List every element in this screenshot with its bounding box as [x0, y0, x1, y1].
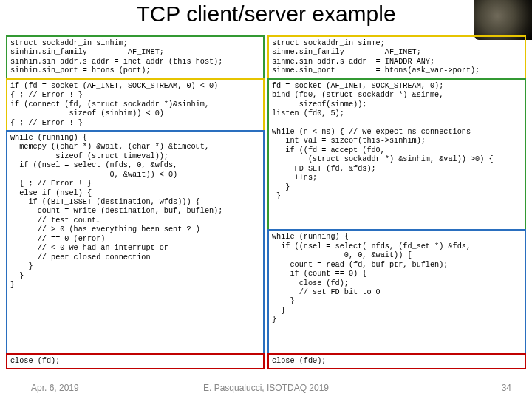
client-close-box: close (fd); — [6, 353, 265, 369]
server-accept-box: fd = socket (AF_INET, SOCK_STREAM, 0); b… — [267, 78, 526, 231]
slide-title: TCP client/server example — [0, 1, 532, 27]
server-column: struct sockaddr_in sinme; sinme.sin_fami… — [267, 35, 526, 369]
client-connect-box: if (fd = socket (AF_INET, SOCK_STREAM, 0… — [6, 78, 265, 132]
client-addr-box: struct sockaddr_in sinhim; sinhim.sin_fa… — [6, 35, 265, 80]
client-loop-box: while (running) { memcpy ((char *) &wait… — [6, 130, 265, 355]
code-columns: struct sockaddr_in sinhim; sinhim.sin_fa… — [6, 35, 526, 369]
footer-venue: E. Pasqualucci, ISOTDAQ 2019 — [0, 383, 532, 393]
server-addr-box: struct sockaddr_in sinme; sinme.sin_fami… — [267, 35, 526, 80]
server-loop-box: while (running) { if ((nsel = select( nf… — [267, 229, 526, 354]
server-close-box: close (fd0); — [267, 353, 526, 369]
client-column: struct sockaddr_in sinhim; sinhim.sin_fa… — [6, 35, 265, 369]
page-number: 34 — [502, 383, 511, 393]
